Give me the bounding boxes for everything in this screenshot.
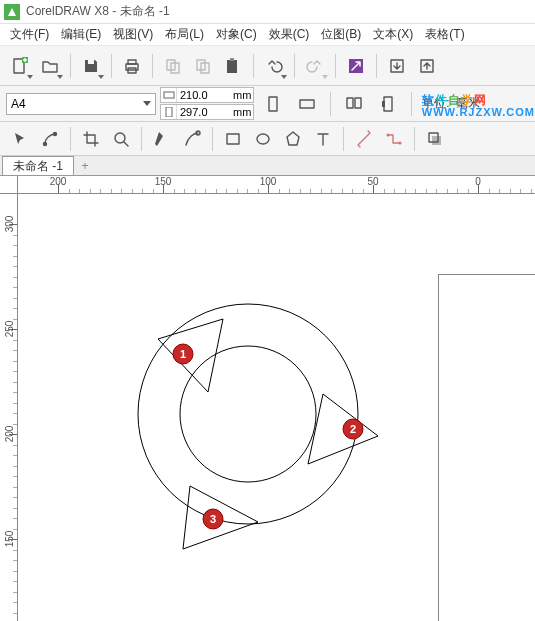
svg-point-33 — [138, 304, 358, 524]
current-page-button[interactable] — [373, 91, 403, 117]
drawing-content[interactable]: 1 2 3 — [98, 264, 418, 584]
open-button[interactable] — [36, 52, 64, 80]
svg-text:1: 1 — [180, 348, 186, 360]
menu-effects[interactable]: 效果(C) — [263, 24, 316, 45]
separator — [414, 127, 415, 151]
doc-tab-active[interactable]: 未命名 -1 — [2, 156, 74, 175]
width-icon — [161, 88, 177, 102]
page-boundary — [438, 274, 535, 621]
separator — [343, 127, 344, 151]
menu-text[interactable]: 文本(X) — [367, 24, 419, 45]
marker-2: 2 — [343, 419, 363, 439]
connector-tool[interactable] — [380, 125, 408, 153]
svg-rect-2 — [88, 60, 94, 64]
menu-bar: 文件(F) 编辑(E) 视图(V) 布局(L) 对象(C) 效果(C) 位图(B… — [0, 24, 535, 46]
separator — [294, 54, 295, 78]
search-button[interactable] — [342, 52, 370, 80]
separator — [152, 54, 153, 78]
import-button[interactable] — [383, 52, 411, 80]
cut-button — [159, 52, 187, 80]
svg-point-24 — [54, 132, 57, 135]
standard-toolbar — [0, 46, 535, 86]
workspace: 200150100500 300250200150 1 2 3 — [0, 176, 535, 621]
menu-edit[interactable]: 编辑(E) — [55, 24, 107, 45]
landscape-button[interactable] — [292, 91, 322, 117]
print-button[interactable] — [118, 52, 146, 80]
title-bar: CorelDRAW X8 - 未命名 -1 — [0, 0, 535, 24]
separator — [411, 92, 412, 116]
menu-view[interactable]: 视图(V) — [107, 24, 159, 45]
height-unit: mm — [233, 106, 253, 118]
page-width-input[interactable]: 210.0 mm — [160, 87, 254, 103]
page-height-input[interactable]: 297.0 mm — [160, 104, 254, 120]
parallel-dim-tool[interactable] — [350, 125, 378, 153]
svg-rect-16 — [166, 107, 172, 117]
menu-file[interactable]: 文件(F) — [4, 24, 55, 45]
width-unit: mm — [233, 89, 253, 101]
drawing-canvas[interactable]: 1 2 3 — [18, 194, 535, 621]
separator — [111, 54, 112, 78]
app-icon — [4, 4, 20, 20]
crop-tool[interactable] — [77, 125, 105, 153]
separator — [70, 54, 71, 78]
page-dimensions: 210.0 mm 297.0 mm — [160, 87, 254, 120]
portrait-button[interactable] — [258, 91, 288, 117]
svg-point-25 — [115, 133, 125, 143]
rectangle-tool[interactable] — [219, 125, 247, 153]
property-bar: A4 210.0 mm 297.0 mm 单位: 毫米 软件自学网 WWW.RJ… — [0, 86, 535, 122]
polygon-tool[interactable] — [279, 125, 307, 153]
vertical-ruler[interactable]: 300250200150 — [0, 194, 18, 621]
zoom-tool[interactable] — [107, 125, 135, 153]
svg-rect-20 — [355, 98, 361, 108]
svg-rect-15 — [164, 92, 174, 98]
paper-size-value: A4 — [11, 97, 26, 111]
svg-point-28 — [257, 134, 269, 144]
menu-object[interactable]: 对象(C) — [210, 24, 263, 45]
svg-rect-11 — [230, 58, 234, 61]
svg-text:2: 2 — [350, 423, 356, 435]
height-icon — [161, 105, 177, 119]
marker-3: 3 — [203, 509, 223, 529]
svg-rect-17 — [269, 97, 277, 111]
page-height-value: 297.0 — [177, 106, 233, 118]
svg-rect-21 — [384, 97, 392, 111]
separator — [376, 54, 377, 78]
ellipse-tool[interactable] — [249, 125, 277, 153]
svg-rect-32 — [432, 136, 441, 145]
all-pages-button[interactable] — [339, 91, 369, 117]
save-button[interactable] — [77, 52, 105, 80]
drop-shadow-tool[interactable] — [421, 125, 449, 153]
pick-tool[interactable] — [6, 125, 34, 153]
separator — [330, 92, 331, 116]
page-width-value: 210.0 — [177, 89, 233, 101]
document-tabs: 未命名 -1 + — [0, 156, 535, 176]
copy-button — [189, 52, 217, 80]
svg-point-34 — [180, 346, 316, 482]
svg-point-29 — [387, 133, 390, 136]
watermark: 软件自学网 WWW.RJZXW.COM — [422, 84, 535, 118]
ruler-origin[interactable] — [0, 176, 18, 194]
marker-1: 1 — [173, 344, 193, 364]
shape-tool[interactable] — [36, 125, 64, 153]
menu-bitmap[interactable]: 位图(B) — [315, 24, 367, 45]
freehand-tool[interactable] — [148, 125, 176, 153]
export-button[interactable] — [413, 52, 441, 80]
separator — [335, 54, 336, 78]
separator — [141, 127, 142, 151]
horizontal-ruler[interactable]: 200150100500 — [18, 176, 535, 194]
separator — [212, 127, 213, 151]
new-button[interactable] — [6, 52, 34, 80]
artistic-media-tool[interactable] — [178, 125, 206, 153]
undo-button[interactable] — [260, 52, 288, 80]
svg-rect-19 — [347, 98, 353, 108]
menu-table[interactable]: 表格(T) — [419, 24, 470, 45]
paper-size-combo[interactable]: A4 — [6, 93, 156, 115]
paste-button[interactable] — [219, 52, 247, 80]
menu-layout[interactable]: 布局(L) — [159, 24, 210, 45]
add-tab-button[interactable]: + — [76, 157, 94, 175]
separator — [253, 54, 254, 78]
text-tool[interactable] — [309, 125, 337, 153]
redo-button — [301, 52, 329, 80]
svg-rect-18 — [300, 100, 314, 108]
svg-point-23 — [44, 142, 47, 145]
